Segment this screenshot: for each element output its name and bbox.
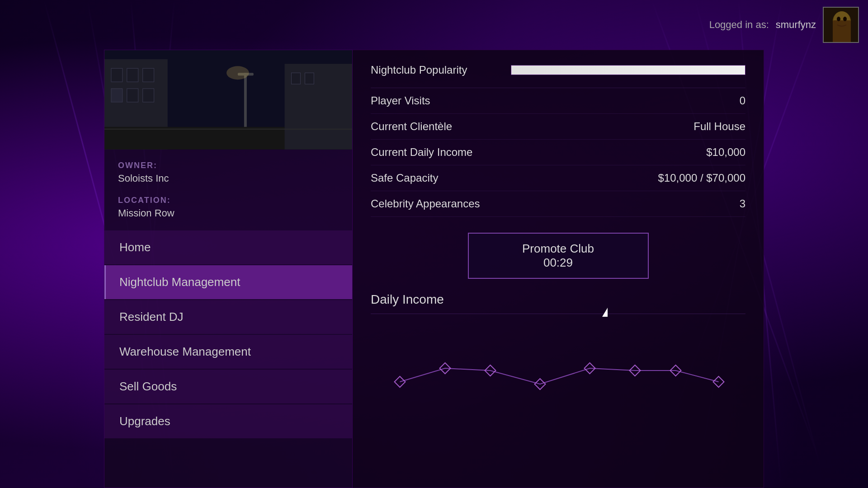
location-name: Mission Row	[118, 207, 339, 219]
chart-area	[371, 323, 745, 474]
avatar-face	[824, 8, 858, 42]
svg-rect-11	[127, 68, 138, 82]
stat-row-player-visits: Player Visits 0	[371, 88, 745, 114]
popularity-bar-container	[511, 65, 745, 75]
promote-btn-container: Promote Club 00:29	[371, 233, 745, 279]
player-visits-label: Player Visits	[371, 94, 497, 107]
safe-capacity-value: $10,000 / $70,000	[658, 172, 745, 184]
svg-rect-13	[111, 89, 123, 102]
nav-item-nightclub-management[interactable]: Nightclub Management	[104, 265, 352, 299]
logged-in-label: Logged in as:	[709, 19, 769, 31]
location-info: LOCATION: Mission Row	[104, 191, 352, 228]
popularity-label: Nightclub Popularity	[371, 64, 497, 76]
svg-rect-6	[824, 8, 859, 43]
venue-image	[104, 50, 352, 150]
nav-item-home[interactable]: Home	[104, 230, 352, 264]
svg-rect-20	[244, 73, 247, 127]
clientele-value: Full House	[693, 120, 745, 133]
avatar-svg	[824, 8, 859, 43]
main-content: OWNER: Soloists Inc LOCATION: Mission Ro…	[0, 50, 868, 488]
svg-rect-15	[143, 89, 154, 102]
stat-row-clientele: Current Clientèle Full House	[371, 114, 745, 140]
nav-menu: Home Nightclub Management Resident DJ Wa…	[104, 228, 352, 441]
celebrity-label: Celebrity Appearances	[371, 197, 497, 210]
svg-point-22	[226, 66, 249, 80]
nav-item-warehouse-management[interactable]: Warehouse Management	[104, 335, 352, 369]
ui-container: Logged in as: smurfynz	[0, 0, 868, 488]
daily-income-label: Current Daily Income	[371, 146, 497, 159]
svg-rect-19	[305, 73, 314, 84]
username-label: smurfynz	[776, 19, 816, 31]
svg-rect-18	[291, 73, 300, 84]
chart-svg	[371, 323, 745, 413]
daily-income-value: $10,000	[706, 146, 745, 159]
owner-label: OWNER:	[118, 161, 339, 170]
location-label: LOCATION:	[118, 196, 339, 205]
player-visits-value: 0	[740, 94, 745, 107]
chart-section: Daily Income	[371, 292, 745, 474]
top-bar: Logged in as: smurfynz	[0, 0, 868, 50]
owner-info: OWNER: Soloists Inc	[104, 150, 352, 191]
celebrity-value: 3	[740, 197, 745, 210]
svg-rect-10	[111, 68, 123, 82]
chart-title: Daily Income	[371, 292, 745, 314]
nav-item-resident-dj[interactable]: Resident DJ	[104, 300, 352, 334]
svg-rect-12	[143, 68, 154, 82]
popularity-bar-fill	[511, 66, 745, 75]
stats-section: Player Visits 0 Current Clientèle Full H…	[371, 88, 745, 217]
stat-row-safe-capacity: Safe Capacity $10,000 / $70,000	[371, 165, 745, 191]
popularity-row: Nightclub Popularity	[371, 64, 745, 76]
right-panel: Nightclub Popularity Player Visits 0 Cur…	[353, 50, 764, 488]
nav-item-upgrades[interactable]: Upgrades	[104, 404, 352, 438]
nav-item-sell-goods[interactable]: Sell Goods	[104, 370, 352, 404]
safe-capacity-label: Safe Capacity	[371, 172, 497, 184]
stat-row-celebrity: Celebrity Appearances 3	[371, 191, 745, 217]
avatar	[823, 7, 859, 43]
scene-svg	[104, 50, 352, 150]
svg-rect-14	[127, 89, 138, 102]
clientele-label: Current Clientèle	[371, 120, 497, 133]
owner-name: Soloists Inc	[118, 173, 339, 184]
stat-row-daily-income: Current Daily Income $10,000	[371, 140, 745, 165]
promote-club-button[interactable]: Promote Club 00:29	[468, 233, 649, 279]
left-panel: OWNER: Soloists Inc LOCATION: Mission Ro…	[104, 50, 353, 488]
